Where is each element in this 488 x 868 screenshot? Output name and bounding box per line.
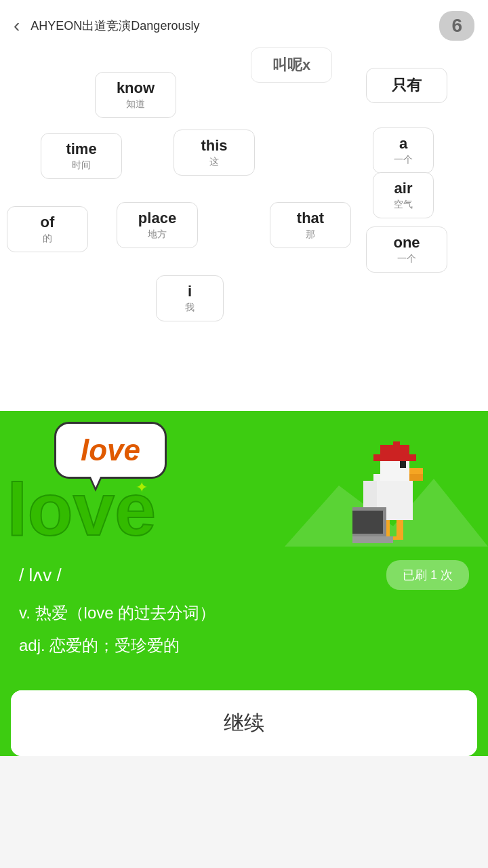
- phonetic-row: / lʌv / 已刷 1 次: [19, 560, 469, 590]
- svg-rect-8: [409, 474, 422, 481]
- card-a[interactable]: a 一个: [373, 127, 434, 174]
- pixel-bird: [352, 441, 434, 547]
- svg-rect-9: [400, 461, 407, 468]
- header-title: AHYEON出道竞演Dangerously: [30, 18, 439, 34]
- mascot-area: love love: [0, 411, 488, 547]
- card-place[interactable]: place 地方: [117, 202, 198, 248]
- definition-line-2: adj. 恋爱的；受珍爱的: [19, 633, 469, 658]
- continue-bar: 继续: [11, 690, 477, 756]
- card-one[interactable]: one 一个: [366, 226, 447, 273]
- partial-card: 叫呢x: [251, 47, 332, 83]
- card-time[interactable]: time 时间: [41, 133, 122, 179]
- score-badge: 6: [439, 11, 474, 41]
- score-number: 6: [451, 15, 462, 36]
- svg-rect-7: [409, 468, 422, 475]
- svg-rect-17: [352, 511, 383, 534]
- card-air[interactable]: air 空气: [373, 172, 434, 218]
- back-button[interactable]: ‹: [14, 16, 20, 35]
- svg-rect-11: [396, 520, 403, 536]
- card-this[interactable]: this 这: [174, 130, 255, 176]
- definition-area: / lʌv / 已刷 1 次 v. 热爱（love 的过去分词） adj. 恋爱…: [0, 547, 488, 677]
- cards-area: 叫呢x know 知道 只有 time 时间 this 这 a 一个 a: [0, 52, 488, 411]
- card-i[interactable]: i 我: [156, 275, 224, 321]
- phonetic: / lʌv /: [19, 565, 62, 586]
- speech-bubble: love: [54, 422, 167, 479]
- partial-word-en: 叫呢x: [265, 55, 318, 75]
- card-that[interactable]: that 那: [270, 202, 351, 248]
- partial-word-card[interactable]: 叫呢x: [251, 47, 332, 83]
- bubble-word: love: [81, 433, 140, 467]
- card-know[interactable]: know 知道: [95, 72, 176, 118]
- card-of[interactable]: of 的: [7, 206, 88, 252]
- green-section: love love: [0, 411, 488, 756]
- svg-rect-18: [352, 536, 393, 543]
- header: ‹ AHYEON出道竞演Dangerously 6: [0, 0, 488, 52]
- card-only[interactable]: 只有: [366, 68, 447, 103]
- definition-line-1: v. 热爱（love 的过去分词）: [19, 601, 469, 625]
- svg-rect-15: [373, 454, 416, 461]
- svg-rect-2: [363, 481, 376, 507]
- review-button[interactable]: 已刷 1 次: [386, 560, 469, 590]
- big-word: love: [7, 472, 156, 547]
- continue-button[interactable]: 继续: [11, 690, 477, 756]
